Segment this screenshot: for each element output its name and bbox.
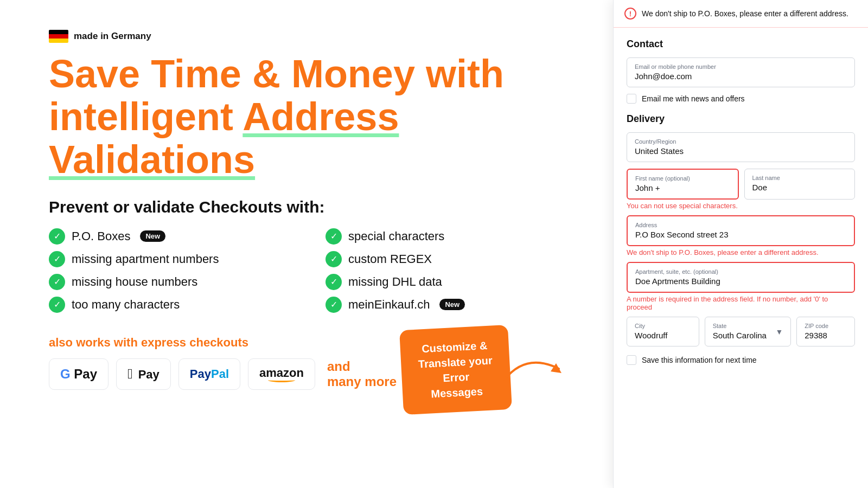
email-field[interactable]: Email or mobile phone number John@doe.co… [627, 57, 855, 87]
email-checkbox[interactable] [627, 94, 636, 104]
state-value: South Carolina [713, 331, 767, 340]
delivery-section-title: Delivery [627, 113, 855, 125]
check-icon: ✓ [49, 251, 65, 267]
feature-item: ✓ missing DHL data [326, 274, 580, 290]
city-field[interactable]: City Woodruff [627, 317, 699, 346]
apt-value: Doe Aprtments Building [635, 277, 720, 286]
new-badge: New [439, 299, 465, 310]
state-label: State [713, 323, 767, 329]
form-body: Contact Email or mobile phone number Joh… [614, 28, 868, 488]
apt-label: Apartment, suite, etc. (optional) [635, 268, 846, 275]
save-info-label: Save this information for next time [642, 356, 757, 364]
city-state-zip-row: City Woodruff State South Carolina ▼ ZIP… [627, 317, 855, 346]
email-value: John@doe.com [635, 72, 692, 81]
feature-text: too many characters [72, 298, 180, 312]
feature-text: meinEinkauf.ch [348, 298, 430, 312]
german-flag-icon [49, 30, 68, 43]
arrow-icon [499, 347, 564, 390]
state-field[interactable]: State South Carolina ▼ [705, 317, 792, 346]
zip-field[interactable]: ZIP code 29388 [796, 317, 855, 346]
first-name-field[interactable]: First name (optional) John + [627, 169, 739, 200]
last-name-label: Last name [752, 175, 847, 181]
address-value: P.O Box Second street 23 [635, 230, 729, 239]
customize-bubble: Customize & Translate your Error Message… [399, 325, 512, 415]
check-icon: ✓ [49, 274, 65, 290]
made-in-germany-badge: made in Germany [49, 30, 580, 43]
left-content: made in Germany Save Time & Money with i… [0, 0, 613, 488]
contact-section-title: Contact [627, 38, 855, 50]
check-icon: ✓ [49, 297, 65, 313]
feature-item: ✓ too many characters [49, 297, 304, 313]
feature-text: custom REGEX [348, 252, 432, 266]
address-field[interactable]: Address P.O Box Second street 23 [627, 215, 855, 246]
save-info-checkbox[interactable] [627, 355, 636, 365]
and-more-text: andmany more [327, 359, 397, 389]
save-info-row: Save this information for next time [627, 355, 855, 365]
country-value: United States [635, 146, 684, 156]
email-label: Email or mobile phone number [635, 63, 847, 70]
new-badge: New [140, 230, 165, 242]
check-icon: ✓ [326, 251, 342, 267]
features-grid: ✓ P.O. Boxes New ✓ special characters ✓ … [49, 228, 580, 313]
special-char-error: You can not use special characters. [627, 202, 855, 210]
apt-error: A number is required in the address fiel… [627, 295, 855, 311]
feature-item: ✓ special characters [326, 228, 580, 245]
country-field[interactable]: Country/Region United States [627, 132, 855, 162]
apt-field[interactable]: Apartment, suite, etc. (optional) Doe Ap… [627, 262, 855, 293]
feature-text: missing apartment numbers [72, 252, 219, 266]
first-name-label: First name (optional) [635, 175, 730, 182]
applepay-logo:  Pay [116, 358, 171, 390]
email-checkbox-label: Email me with news and offers [642, 94, 745, 103]
feature-text: special characters [348, 229, 444, 243]
city-value: Woodruff [635, 331, 667, 340]
last-name-field[interactable]: Last name Doe [744, 169, 856, 200]
feature-item: ✓ missing apartment numbers [49, 251, 304, 267]
error-icon: ! [624, 8, 636, 20]
name-row: First name (optional) John + Last name D… [627, 169, 855, 200]
last-name-value: Doe [752, 183, 768, 192]
zip-value: 29388 [805, 331, 827, 340]
feature-item: ✓ missing house numbers [49, 274, 304, 290]
feature-text: missing DHL data [348, 275, 442, 289]
check-icon: ✓ [326, 274, 342, 290]
chevron-down-icon: ▼ [775, 328, 783, 336]
amazon-logo: amazon [248, 358, 315, 390]
check-icon: ✓ [326, 297, 342, 313]
feature-text: P.O. Boxes [72, 229, 130, 243]
country-label: Country/Region [635, 138, 847, 145]
subtitle: Prevent or validate Checkouts with: [49, 198, 580, 216]
made-in-label: made in Germany [74, 31, 151, 42]
zip-label: ZIP code [805, 323, 847, 329]
city-label: City [635, 323, 691, 329]
feature-item: ✓ meinEinkauf.ch New [326, 297, 580, 313]
feature-text: missing house numbers [72, 275, 197, 289]
error-banner-text: We don't ship to P.O. Boxes, please ente… [642, 9, 848, 18]
check-icon: ✓ [326, 228, 342, 245]
po-box-error: We don't ship to P.O. Boxes, please ente… [627, 248, 855, 256]
email-checkbox-row: Email me with news and offers [627, 94, 855, 104]
first-name-value: John + [635, 183, 660, 192]
address-label: Address [635, 222, 846, 228]
feature-item: ✓ custom REGEX [326, 251, 580, 267]
feature-item: ✓ P.O. Boxes New [49, 228, 304, 245]
check-icon: ✓ [49, 228, 65, 245]
checkout-form-panel: ! We don't ship to P.O. Boxes, please en… [613, 0, 868, 488]
main-headline: Save Time & Money with intelligent Addre… [49, 53, 580, 182]
error-banner: ! We don't ship to P.O. Boxes, please en… [614, 0, 868, 28]
paypal-logo: PayPal [178, 358, 240, 390]
gpay-logo: G Pay [49, 358, 108, 390]
